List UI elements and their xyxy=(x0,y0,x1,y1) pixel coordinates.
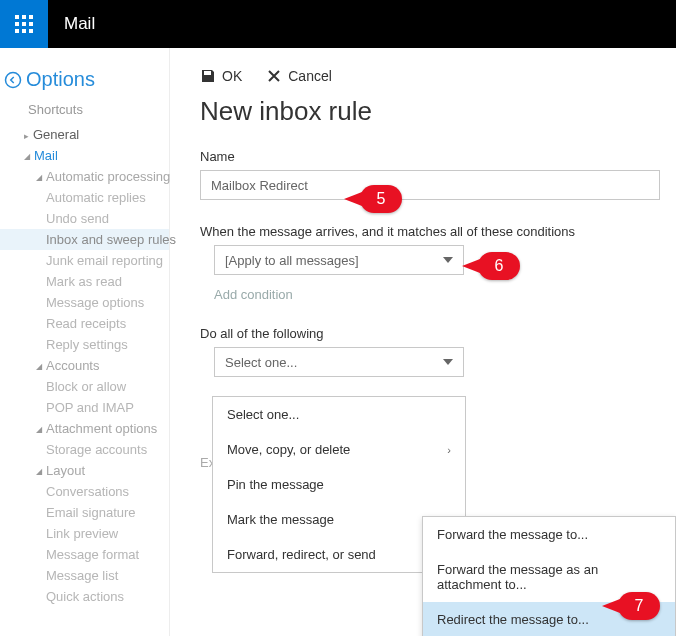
sidebar: Options Shortcuts General Mail Automatic… xyxy=(0,48,170,636)
dd-item-move-copy-delete[interactable]: Move, copy, or delete› xyxy=(213,432,465,467)
sidebar-item-automatic-replies[interactable]: Automatic replies xyxy=(0,187,169,208)
close-icon xyxy=(266,68,282,84)
dd-label: Pin the message xyxy=(227,477,324,492)
fly-item-forward[interactable]: Forward the message to... xyxy=(423,517,675,552)
sidebar-item-mark-read[interactable]: Mark as read xyxy=(0,271,169,292)
dd-label: Move, copy, or delete xyxy=(227,442,350,457)
svg-rect-5 xyxy=(29,22,33,26)
sidebar-item-quick-actions[interactable]: Quick actions xyxy=(0,586,169,607)
options-title: Options xyxy=(26,68,95,91)
sidebar-item-link-preview[interactable]: Link preview xyxy=(0,523,169,544)
svg-rect-1 xyxy=(22,15,26,19)
svg-rect-6 xyxy=(15,29,19,33)
sidebar-item-conversations[interactable]: Conversations xyxy=(0,481,169,502)
annotation-bubble-5: 5 xyxy=(360,185,402,213)
add-condition-link[interactable]: Add condition xyxy=(214,287,676,302)
name-field-block: Name xyxy=(200,149,676,200)
sidebar-item-mail[interactable]: Mail xyxy=(0,145,169,166)
dd-label: Mark the message xyxy=(227,512,334,527)
sidebar-item-layout[interactable]: Layout xyxy=(0,460,169,481)
dd-label: Select one... xyxy=(227,407,299,422)
action-label: Do all of the following xyxy=(200,326,676,341)
app-name: Mail xyxy=(64,14,95,34)
condition-label: When the message arrives, and it matches… xyxy=(200,224,676,239)
chevron-down-icon xyxy=(443,359,453,365)
sidebar-item-message-list[interactable]: Message list xyxy=(0,565,169,586)
condition-value: [Apply to all messages] xyxy=(225,253,359,268)
dd-label: Forward, redirect, or send xyxy=(227,547,376,562)
chevron-right-icon: › xyxy=(447,444,451,456)
back-arrow-icon xyxy=(4,71,22,89)
chevron-down-icon xyxy=(443,257,453,263)
dd-item-pin[interactable]: Pin the message xyxy=(213,467,465,502)
options-back[interactable]: Options xyxy=(0,66,169,99)
svg-point-9 xyxy=(6,72,21,87)
svg-rect-4 xyxy=(22,22,26,26)
action-select[interactable]: Select one... xyxy=(214,347,464,377)
sidebar-item-block-allow[interactable]: Block or allow xyxy=(0,376,169,397)
annotation-bubble-7: 7 xyxy=(618,592,660,620)
svg-rect-7 xyxy=(22,29,26,33)
dd-item-select-one[interactable]: Select one... xyxy=(213,397,465,432)
sidebar-item-automatic-processing[interactable]: Automatic processing xyxy=(0,166,169,187)
sidebar-item-general[interactable]: General xyxy=(0,124,169,145)
sidebar-item-accounts[interactable]: Accounts xyxy=(0,355,169,376)
svg-rect-8 xyxy=(29,29,33,33)
rule-name-input[interactable] xyxy=(200,170,660,200)
sidebar-item-shortcuts[interactable]: Shortcuts xyxy=(0,99,169,120)
sidebar-item-pop-imap[interactable]: POP and IMAP xyxy=(0,397,169,418)
waffle-icon xyxy=(14,14,34,34)
sidebar-item-attachment-options[interactable]: Attachment options xyxy=(0,418,169,439)
save-icon xyxy=(200,68,216,84)
sidebar-item-message-options[interactable]: Message options xyxy=(0,292,169,313)
cancel-label: Cancel xyxy=(288,68,332,84)
cancel-button[interactable]: Cancel xyxy=(266,68,332,84)
sidebar-item-inbox-sweep[interactable]: Inbox and sweep rules xyxy=(0,229,169,250)
action-value: Select one... xyxy=(225,355,297,370)
sidebar-item-undo-send[interactable]: Undo send xyxy=(0,208,169,229)
svg-rect-0 xyxy=(15,15,19,19)
svg-rect-2 xyxy=(29,15,33,19)
ok-label: OK xyxy=(222,68,242,84)
sidebar-item-junk[interactable]: Junk email reporting xyxy=(0,250,169,271)
app-launcher-button[interactable] xyxy=(0,0,48,48)
sidebar-item-read-receipts[interactable]: Read receipts xyxy=(0,313,169,334)
sidebar-item-email-signature[interactable]: Email signature xyxy=(0,502,169,523)
sidebar-item-reply-settings[interactable]: Reply settings xyxy=(0,334,169,355)
toolbar: OK Cancel xyxy=(200,68,676,84)
condition-select[interactable]: [Apply to all messages] xyxy=(214,245,464,275)
top-bar: Mail xyxy=(0,0,676,48)
ok-button[interactable]: OK xyxy=(200,68,242,84)
sidebar-item-storage-accounts[interactable]: Storage accounts xyxy=(0,439,169,460)
condition-block: When the message arrives, and it matches… xyxy=(200,224,676,302)
annotation-bubble-6: 6 xyxy=(478,252,520,280)
page-title: New inbox rule xyxy=(200,96,676,127)
svg-rect-3 xyxy=(15,22,19,26)
sidebar-item-message-format[interactable]: Message format xyxy=(0,544,169,565)
name-label: Name xyxy=(200,149,676,164)
